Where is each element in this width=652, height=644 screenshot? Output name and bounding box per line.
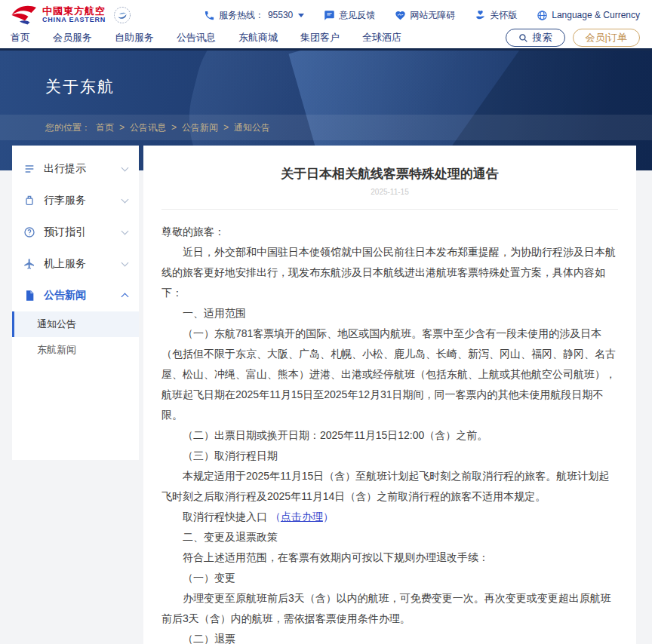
main-navbar: 首页会员服务自助服务公告讯息东航商城集团客户全球酒店 搜索 会员|订单 (0, 30, 652, 51)
nav-item-0[interactable]: 首页 (11, 31, 30, 44)
article-paragraph: 本规定适用于2025年11月15日（含）至航班计划起飞时刻之前取消行程的旅客。航… (161, 466, 618, 507)
breadcrumb-item-2[interactable]: 公告新闻 (182, 121, 218, 134)
care-hand-icon (475, 10, 486, 21)
sidebar-subitem-0[interactable]: 通知公告 (12, 311, 139, 337)
member-orders-button[interactable]: 会员|订单 (573, 29, 640, 47)
breadcrumb-item-0[interactable]: 首页 (96, 121, 114, 134)
article-card: 关于日本相关航线客票特殊处理的通告 2025-11-15 尊敬的旅客：近日，外交… (143, 146, 636, 644)
sidebar-item-label: 公告新闻 (44, 289, 86, 302)
topbar-item-label: 意见反馈 (339, 9, 375, 22)
article-paragraph: （二）出票日期或换开日期：2025年11月15日12:00（含）之前。 (161, 425, 618, 446)
article-paragraph: （二）退票 (161, 629, 618, 644)
member-orders-label: 会员|订单 (586, 31, 627, 44)
sidebar: 出行提示行李服务预订指引机上服务公告新闻通知公告东航新闻 (12, 146, 139, 460)
breadcrumb-separator: > (119, 122, 125, 133)
topbar-item-2[interactable]: 关怀版 (475, 9, 517, 22)
nav-item-1[interactable]: 会员服务 (53, 31, 92, 44)
brand-name-en: CHINA EASTERN (42, 17, 106, 24)
search-icon (518, 33, 528, 43)
chevron-down-icon (121, 259, 129, 267)
sidebar-item-label: 行李服务 (44, 194, 86, 207)
nav-item-4[interactable]: 东航商城 (238, 31, 278, 44)
booking-guide-icon (23, 226, 35, 238)
nav-item-6[interactable]: 全球酒店 (362, 31, 401, 44)
article-paragraph: （三）取消行程日期 (161, 446, 618, 466)
top-utility-bar: 中國東方航空 CHINA EASTERN 服务热线： 95530 意见反馈网站无… (0, 0, 652, 30)
topbar-item-3[interactable]: Language & Currency (537, 10, 640, 21)
breadcrumb-separator: > (223, 122, 229, 133)
article-paragraph: （一）变更 (161, 568, 618, 588)
brand-name-cn: 中國東方航空 (42, 6, 106, 17)
chevron-down-icon (298, 14, 304, 17)
article-date: 2025-11-15 (161, 188, 618, 196)
search-button[interactable]: 搜索 (506, 29, 565, 47)
breadcrumb: 您的位置： 首页>公告讯息>公告新闻>通知公告 (0, 115, 652, 140)
hotline-label: 服务热线： (219, 9, 264, 22)
article-paragraph: 一、适用范围 (161, 303, 618, 324)
nav-item-5[interactable]: 集团客户 (300, 31, 340, 44)
article-paragraph: （一）东航781客票填开的国际、地区或国内航班。客票中至少含有一段未使用的涉及日… (161, 324, 618, 425)
inflight-service-icon (23, 258, 35, 270)
sidebar-item-3[interactable]: 机上服务 (12, 248, 139, 280)
article-paragraph: 尊敬的旅客： (161, 222, 618, 242)
divider (161, 209, 618, 210)
breadcrumb-item-3: 通知公告 (234, 121, 270, 134)
chevron-down-icon (121, 228, 129, 235)
click-to-process-link[interactable]: （点击办理） (270, 511, 334, 523)
nav-item-2[interactable]: 自助服务 (115, 31, 154, 44)
travel-tips-icon (23, 163, 35, 175)
phone-icon (204, 10, 215, 21)
feedback-icon (324, 10, 335, 21)
topbar-item-label: 关怀版 (490, 9, 517, 22)
topbar-item-1[interactable]: 网站无障碍 (395, 9, 455, 22)
nav-item-3[interactable]: 公告讯息 (177, 31, 216, 44)
language-currency-icon (537, 10, 548, 21)
sidebar-item-label: 机上服务 (44, 257, 86, 271)
hotline[interactable]: 服务热线： 95530 (204, 9, 304, 22)
chevron-up-icon (121, 293, 129, 301)
hotline-number: 95530 (268, 10, 293, 20)
article-paragraph: 办理变更至原航班前后3天（含）以内的航班，可免费变更一次。再次变更或变更超出原航… (161, 588, 618, 629)
sidebar-item-1[interactable]: 行李服务 (12, 185, 139, 216)
baggage-icon (23, 195, 35, 207)
sidebar-item-4[interactable]: 公告新闻 (12, 280, 139, 311)
topbar-utilities: 服务热线： 95530 意见反馈网站无障碍关怀版Language & Curre… (204, 9, 640, 22)
article-paragraph: 二、变更及退票政策 (161, 527, 618, 547)
article-paragraph: 符合上述适用范围，在客票有效期内可按以下规则办理退改手续： (161, 547, 618, 568)
breadcrumb-label: 您的位置： (45, 121, 91, 134)
news-icon (23, 290, 35, 302)
chevron-down-icon (121, 196, 129, 204)
chevron-down-icon (121, 164, 129, 172)
search-label: 搜索 (533, 31, 552, 44)
article-title: 关于日本相关航线客票特殊处理的通告 (161, 165, 618, 182)
breadcrumb-item-1[interactable]: 公告讯息 (130, 121, 166, 134)
skyteam-logo (113, 6, 131, 24)
sidebar-item-0[interactable]: 出行提示 (12, 153, 139, 185)
brand-logo[interactable]: 中國東方航空 CHINA EASTERN (11, 5, 131, 25)
sidebar-item-label: 出行提示 (44, 162, 86, 176)
article-body: 尊敬的旅客：近日，外交部和中国驻日本使领馆就中国公民前往日本发布郑重提醒，为协助… (161, 222, 618, 644)
topbar-item-label: 网站无障碍 (410, 9, 455, 22)
article-paragraph: 取消行程快捷入口 （点击办理） (161, 507, 618, 527)
topbar-item-0[interactable]: 意见反馈 (324, 9, 375, 22)
main-area: 出行提示行李服务预订指引机上服务公告新闻通知公告东航新闻 关于日本相关航线客票特… (0, 146, 652, 644)
sidebar-item-label: 预订指引 (44, 225, 86, 239)
page-title: 关于东航 (45, 76, 115, 97)
sidebar-item-2[interactable]: 预订指引 (12, 216, 139, 248)
sidebar-subitem-1[interactable]: 东航新闻 (12, 337, 139, 363)
breadcrumb-separator: > (171, 122, 177, 133)
eagle-logo-icon (11, 5, 38, 25)
sidebar-subitem-label: 通知公告 (37, 317, 76, 331)
accessibility-heart-icon (395, 10, 406, 21)
topbar-item-label: Language & Currency (552, 10, 640, 20)
sidebar-subitem-label: 东航新闻 (37, 343, 76, 357)
article-paragraph: 近日，外交部和中国驻日本使领馆就中国公民前往日本发布郑重提醒，为协助行程涉及日本… (161, 242, 618, 303)
